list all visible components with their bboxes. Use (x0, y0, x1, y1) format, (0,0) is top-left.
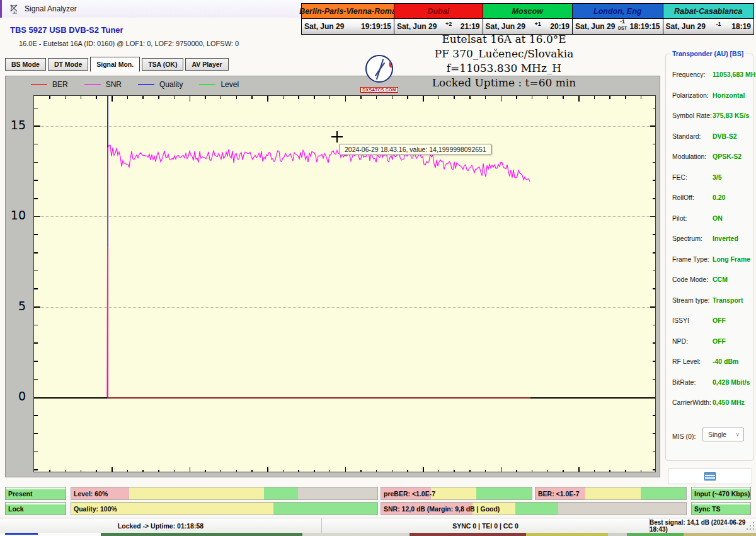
clock-time: Sat, Jun 29+221:19 (394, 19, 483, 34)
x-tick (516, 470, 517, 472)
x-tick (190, 467, 191, 472)
transponder-row: Stream type:Transport (672, 296, 750, 306)
legend-line-swatch (199, 84, 215, 85)
clock-time-value: 18:19:15 (629, 22, 660, 31)
x-tick (392, 470, 393, 472)
legend-label: Level (220, 80, 239, 89)
transponder-value: 11053,683 MHz (713, 71, 756, 78)
x-tick (158, 96, 159, 99)
y-tick (34, 452, 38, 453)
transponder-value: Transport (713, 296, 743, 304)
x-tick (641, 470, 642, 472)
x-tick (469, 470, 471, 472)
tab-signal-mon-[interactable]: Signal Mon. (90, 57, 140, 72)
x-tick (65, 96, 66, 99)
legend-line-swatch (31, 84, 47, 85)
bar-label: BER: <1.0E-7 (538, 487, 580, 499)
x-tick (547, 96, 549, 99)
x-tick (469, 96, 471, 99)
x-tick (485, 470, 486, 472)
x-tick (594, 96, 595, 99)
transponder-label: ISSYI (672, 317, 689, 324)
x-tick (563, 96, 564, 99)
y-tick-label: 15 (7, 118, 26, 132)
transponder-label: RF Level: (672, 358, 701, 365)
clock-date: Sat, Jun 29 (575, 22, 615, 31)
x-tick (516, 96, 517, 99)
x-tick (251, 470, 253, 472)
x-tick (392, 96, 393, 99)
bar-label: preBER: <1.0E-7 (384, 487, 435, 499)
x-tick (563, 470, 564, 472)
transponder-label: NPD: (672, 337, 688, 345)
bar-segment (264, 487, 297, 499)
legend-item-ber: BER (31, 80, 68, 89)
plot-area[interactable]: 2024-06-29 18.43.16, value: 14,199999809… (33, 95, 656, 472)
dxsatcs-logo-ring (365, 55, 393, 83)
dxsatcs-logo-text: DXSATCS.COM (360, 87, 398, 93)
transponder-label: Modulation: (672, 153, 706, 160)
x-tick (578, 96, 580, 102)
satellite-dish-icon (9, 4, 20, 16)
transponder-value: QPSK-S2 (713, 153, 742, 160)
x-tick (438, 470, 440, 472)
y-tick (650, 125, 656, 127)
legend-item-snr: SNR (84, 80, 122, 89)
tab-dt-mode[interactable]: DT Mode (48, 58, 88, 71)
x-tick (594, 470, 595, 472)
y-tick (653, 433, 656, 434)
bar-segment (585, 487, 641, 499)
clock-column: MoscowSat, Jun 29+120:19 (483, 4, 573, 34)
snr-rise-line (107, 247, 108, 397)
y-tick (34, 361, 38, 362)
list-stripes-icon (704, 472, 716, 481)
clock-time: Sat, Jun 2919:19:15 (302, 19, 394, 34)
x-tick (314, 470, 315, 472)
x-tick (283, 96, 284, 99)
x-tick (407, 470, 408, 472)
y-tick (650, 397, 656, 399)
status-row-2: LockQuality: 100%SNR: 12,0 dB (Margin: 9… (0, 502, 756, 515)
x-tick (127, 470, 129, 472)
x-tick (407, 96, 408, 99)
transponder-row: BitRate:0,428 Mbit/s (672, 378, 750, 388)
tab-tsa-ok-[interactable]: TSA (OK) (142, 58, 183, 71)
bar-label: SNR: 12,0 dB (Margin: 9,8 dB | Good) (384, 503, 500, 515)
legend-line-swatch (84, 84, 101, 85)
stream-list-button[interactable] (668, 468, 752, 484)
x-tick (329, 470, 331, 472)
y-tick (34, 162, 38, 163)
transponder-label: Frame Type: (672, 255, 709, 263)
y-tick (34, 252, 38, 253)
transponder-value: 0,428 Mbit/s (713, 378, 750, 386)
resize-grip[interactable] (747, 522, 755, 530)
x-tick (81, 470, 82, 472)
transponder-value: Long Frame (713, 255, 750, 263)
tab-bs-mode[interactable]: BS Mode (5, 58, 46, 71)
legend-item-quality: Quality (138, 80, 183, 89)
legend-label: SNR (106, 80, 122, 89)
transponder-value: 3/5 (713, 173, 722, 181)
x-tick (376, 470, 377, 472)
bar-segment (431, 487, 476, 499)
y-tick (650, 216, 656, 218)
clock-time-value: 18:19 (731, 22, 751, 31)
x-tick (609, 470, 610, 472)
mis-dropdown[interactable]: Single ∨ (702, 428, 744, 441)
x-tick (329, 96, 331, 99)
y-tick (34, 306, 40, 308)
tab-av-player[interactable]: AV Player (185, 58, 228, 71)
tuner-name: TBS 5927 USB DVB-S2 Tuner (10, 25, 123, 35)
transponder-label: RollOff: (672, 194, 694, 201)
clock-city-label: Rabat-Casablanca (663, 4, 754, 19)
x-tick (360, 470, 362, 472)
statusbar-best-signal: Best signal: 14,1 dB (2024-06-29 18:43) (650, 518, 756, 533)
x-tick (423, 96, 424, 102)
mis-selected-value: Single (708, 431, 726, 438)
x-tick (236, 96, 238, 99)
y-tick (653, 415, 656, 416)
transponder-row: CarrierWidth:0,450 MHz (672, 399, 750, 409)
x-tick (532, 470, 533, 472)
y-tick (34, 325, 38, 326)
x-tick (127, 96, 129, 99)
